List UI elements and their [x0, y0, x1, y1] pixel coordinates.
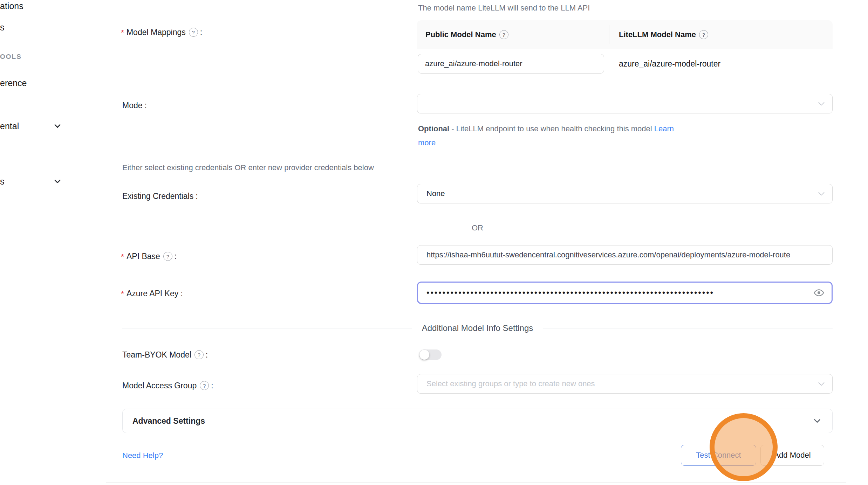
required-mark: * [121, 290, 124, 299]
chevron-down-icon [817, 189, 826, 198]
sidebar-section-tools: OOLS [0, 53, 22, 61]
api-base-value: https://ishaa-mh6uutut-swedencentral.cog… [426, 250, 823, 259]
mode-help-text: Optional - LiteLLM endpoint to use when … [418, 122, 674, 150]
chevron-down-icon [817, 379, 826, 388]
chevron-down-icon[interactable] [53, 121, 62, 131]
colon: : [196, 192, 198, 201]
public-model-name-input[interactable]: azure_ai/azure-model-router [418, 54, 604, 74]
mode-select[interactable] [417, 94, 833, 113]
team-byok-toggle[interactable] [419, 349, 442, 360]
help-icon[interactable]: ? [699, 30, 708, 39]
eye-icon[interactable] [813, 287, 825, 298]
card-right-border [846, 0, 846, 483]
table-body-row: azure_ai/azure-model-router azure_ai/azu… [417, 49, 833, 82]
help-icon[interactable]: ? [194, 350, 204, 359]
colon: : [175, 252, 177, 261]
mode-label-text: Mode [122, 101, 143, 110]
team-byok-label: Team-BYOK Model ? : [122, 349, 208, 360]
help-icon[interactable]: ? [189, 28, 198, 37]
additional-info-divider-text: Additional Model Info Settings [422, 323, 533, 333]
team-byok-label-text: Team-BYOK Model [122, 350, 191, 360]
public-model-name-header: Public Model Name ? [417, 30, 609, 39]
model-access-group-label: Model Access Group ? : [122, 380, 213, 391]
sidebar-item-s2[interactable]: s [0, 176, 5, 187]
azure-api-key-input[interactable]: ••••••••••••••••••••••••••••••••••••••••… [417, 282, 833, 304]
colon: : [200, 28, 202, 37]
need-help-link[interactable]: Need Help? [122, 451, 163, 460]
model-name-hint: The model name LiteLLM will send to the … [418, 4, 590, 13]
colon: : [206, 350, 208, 360]
help-icon[interactable]: ? [163, 252, 172, 261]
test-connect-button[interactable]: Test Connect [681, 445, 756, 466]
divider-line [493, 228, 833, 228]
chevron-down-icon [812, 416, 822, 426]
model-mappings-label-text: Model Mappings [127, 28, 186, 37]
existing-credentials-value: None [426, 189, 445, 198]
colon: : [211, 381, 213, 390]
optional-bold: Optional [418, 124, 449, 133]
colon: : [145, 101, 147, 110]
azure-api-key-label: * Azure API Key : [121, 288, 183, 299]
advanced-settings-panel[interactable]: Advanced Settings [122, 409, 833, 433]
public-model-name-value: azure_ai/azure-model-router [425, 59, 597, 68]
api-base-label-text: API Base [127, 252, 160, 261]
model-mappings-label: * Model Mappings ? : [121, 27, 202, 38]
api-base-label: * API Base ? : [121, 251, 177, 262]
sidebar-item-ations[interactable]: ations [0, 1, 23, 11]
sidebar-item-s1[interactable]: s [0, 22, 5, 33]
existing-credentials-label: Existing Credentials : [122, 190, 198, 202]
advanced-settings-title: Advanced Settings [132, 416, 205, 426]
model-access-group-label-text: Model Access Group [122, 381, 197, 390]
learn-more-link[interactable]: Learn [654, 124, 674, 133]
existing-credentials-select[interactable]: None [417, 184, 833, 203]
sidebar-item-erence[interactable]: erence [0, 78, 27, 88]
chevron-down-icon [817, 99, 826, 108]
divider-line [543, 328, 833, 328]
credentials-note: Either select existing credentials OR en… [122, 163, 374, 172]
add-model-button[interactable]: Add Model [760, 445, 824, 466]
required-mark: * [121, 28, 124, 38]
model-access-group-select[interactable]: Select existing groups or type to create… [417, 374, 833, 394]
azure-api-key-label-text: Azure API Key [127, 289, 178, 298]
api-base-input[interactable]: https://ishaa-mh6uutut-swedencentral.cog… [417, 245, 833, 265]
help-icon[interactable]: ? [499, 30, 508, 39]
existing-credentials-label-text: Existing Credentials [122, 192, 193, 201]
sidebar: ations s OOLS erence ental s [0, 0, 106, 485]
masked-api-key-value: ••••••••••••••••••••••••••••••••••••••••… [426, 289, 809, 297]
public-model-name-header-text: Public Model Name [425, 30, 496, 39]
table-header-row: Public Model Name ? LiteLLM Model Name ? [417, 20, 833, 49]
learn-more-link[interactable]: more [418, 138, 436, 147]
required-mark: * [121, 252, 124, 262]
mode-help-body: - LiteLLM endpoint to use when health ch… [449, 124, 654, 133]
colon: : [180, 289, 183, 298]
litellm-model-name-header: LiteLLM Model Name ? [609, 30, 833, 39]
litellm-model-name-header-text: LiteLLM Model Name [619, 30, 696, 39]
model-access-group-placeholder: Select existing groups or type to create… [426, 379, 823, 388]
litellm-model-name-value: azure_ai/azure-model-router [609, 54, 833, 74]
add-model-page: ations s OOLS erence ental s The model n… [0, 0, 868, 485]
header-divider [609, 25, 609, 44]
additional-info-divider: Additional Model Info Settings [122, 323, 833, 333]
divider-line [122, 328, 412, 328]
sidebar-item-ental[interactable]: ental [0, 121, 19, 131]
help-icon[interactable]: ? [200, 381, 209, 390]
toggle-knob [419, 350, 429, 360]
card-bottom-border [106, 482, 846, 483]
divider-line [122, 228, 462, 228]
chevron-down-icon[interactable] [53, 176, 62, 186]
or-divider-text: OR [472, 223, 483, 233]
model-mappings-table: Public Model Name ? LiteLLM Model Name ?… [417, 20, 833, 82]
mode-label: Mode : [122, 100, 147, 111]
or-divider: OR [122, 223, 833, 233]
